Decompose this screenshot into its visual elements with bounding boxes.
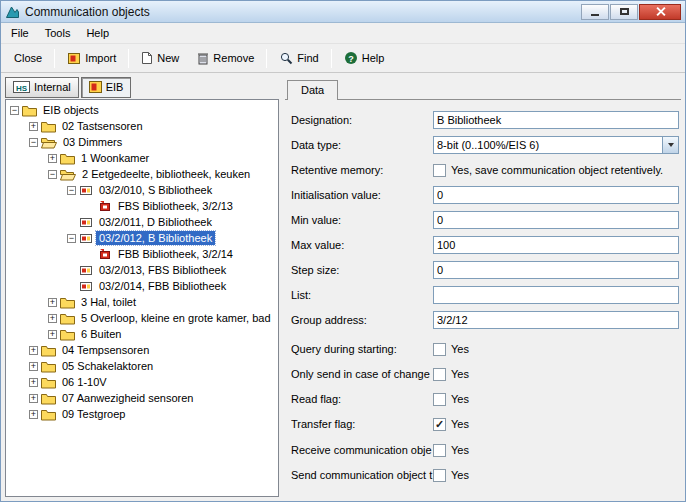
tree-item-label[interactable]: 03/2/010, S Bibliotheek xyxy=(96,183,215,197)
send-communication-object-checkbox[interactable]: Yes xyxy=(433,469,469,482)
list-field[interactable] xyxy=(433,286,679,304)
tree-item-label[interactable]: 04 Tempsensoren xyxy=(59,343,152,357)
tab-data[interactable]: Data xyxy=(287,80,338,100)
tree-item-label[interactable]: 09 Testgroep xyxy=(59,407,128,421)
field-label: Step size: xyxy=(291,264,433,276)
toolbar-button-label: New xyxy=(157,52,179,64)
query-during-starting-checkbox[interactable]: Yes xyxy=(433,343,469,356)
checkbox-box[interactable] xyxy=(433,418,446,431)
toolbar-close-button[interactable]: Close xyxy=(6,48,50,68)
tree-item-label[interactable]: FBS Bibliotheek, 3/2/13 xyxy=(115,199,236,213)
tree-item[interactable]: +07 Aanwezigheid sensoren xyxy=(6,390,278,406)
expand-icon[interactable]: + xyxy=(29,362,38,371)
expand-icon[interactable]: + xyxy=(29,410,38,419)
menu-tools[interactable]: Tools xyxy=(37,24,79,42)
expand-icon[interactable]: + xyxy=(48,330,57,339)
tree-item[interactable]: −2 Eetgedeelte, bibliotheek, keuken xyxy=(6,166,278,182)
tree-item-label[interactable]: 2 Eetgedeelte, bibliotheek, keuken xyxy=(79,167,253,181)
min-value-field[interactable] xyxy=(433,211,679,229)
tree-item[interactable]: −03/2/010, S Bibliotheek xyxy=(6,182,278,198)
tree-item[interactable]: −EIB objects xyxy=(6,102,278,118)
form-row: Transfer flag:Yes xyxy=(291,414,679,434)
maximize-button[interactable] xyxy=(610,4,638,20)
menu-file[interactable]: File xyxy=(3,24,37,42)
tree-item[interactable]: 03/2/014, FBB Bibliotheek xyxy=(6,278,278,294)
checkbox-box[interactable] xyxy=(433,368,446,381)
tree-item[interactable]: FBB Bibliotheek, 3/2/14 xyxy=(6,246,278,262)
tree-item-label[interactable]: 07 Aanwezigheid sensoren xyxy=(59,391,196,405)
tree-item[interactable]: +09 Testgroep xyxy=(6,406,278,422)
tree-item-label[interactable]: 03 Dimmers xyxy=(60,135,125,149)
data-type-combo[interactable]: 8-bit (0..100%/EIS 6) xyxy=(433,136,679,154)
receive-communication-object-checkbox[interactable]: Yes xyxy=(433,444,469,457)
checkbox-box[interactable] xyxy=(433,343,446,356)
collapse-icon[interactable]: − xyxy=(67,234,76,243)
tree-item[interactable]: 03/2/011, D Bibliotheek xyxy=(6,214,278,230)
toolbar-remove-button[interactable]: Remove xyxy=(189,47,262,69)
designation-field[interactable] xyxy=(433,111,679,129)
only-send-on-change-checkbox[interactable]: Yes xyxy=(433,368,469,381)
tree-item[interactable]: +04 Tempsensoren xyxy=(6,342,278,358)
tree-item[interactable]: +1 Woonkamer xyxy=(6,150,278,166)
checkbox-box[interactable] xyxy=(433,393,446,406)
collapse-icon[interactable]: − xyxy=(29,138,38,147)
tree-panel[interactable]: −EIB objects+02 Tastsensoren−03 Dimmers+… xyxy=(5,99,279,497)
close-window-button[interactable] xyxy=(639,4,681,20)
expand-icon[interactable]: + xyxy=(48,298,57,307)
menu-help[interactable]: Help xyxy=(78,24,117,42)
tree-item-label[interactable]: 3 Hal, toilet xyxy=(78,295,139,309)
expand-icon[interactable]: + xyxy=(48,154,57,163)
tree-item[interactable]: −03/2/012, B Bibliotheek xyxy=(6,230,278,246)
tree-item[interactable]: +3 Hal, toilet xyxy=(6,294,278,310)
collapse-icon[interactable]: − xyxy=(67,186,76,195)
tree-item-label[interactable]: 05 Schakelaktoren xyxy=(59,359,156,373)
expand-icon[interactable]: + xyxy=(48,314,57,323)
toolbar-import-button[interactable]: Import xyxy=(59,48,124,69)
read-flag-checkbox[interactable]: Yes xyxy=(433,393,469,406)
tree-item[interactable]: 03/2/013, FBS Bibliotheek xyxy=(6,262,278,278)
tree-item[interactable]: +6 Buiten xyxy=(6,326,278,342)
tab-eib[interactable]: EIB xyxy=(81,77,132,98)
tree-item-label[interactable]: 5 Overloop, kleine en grote kamer, bad xyxy=(78,311,274,325)
tree-item-label[interactable]: 02 Tastsensoren xyxy=(59,119,146,133)
tree-item-label[interactable]: 6 Buiten xyxy=(78,327,124,341)
expand-icon[interactable]: + xyxy=(29,378,38,387)
toolbar-new-button[interactable]: New xyxy=(133,47,187,69)
title-bar[interactable]: Communication objects xyxy=(1,1,685,23)
tree-item-label[interactable]: 03/2/011, D Bibliotheek xyxy=(96,215,215,229)
checkbox-box[interactable] xyxy=(433,469,446,482)
initialisation-value-field[interactable] xyxy=(433,186,679,204)
toolbar-find-button[interactable]: Find xyxy=(271,47,326,69)
expand-icon[interactable]: + xyxy=(29,394,38,403)
tree-item[interactable]: −03 Dimmers xyxy=(6,134,278,150)
collapse-icon[interactable]: − xyxy=(10,106,19,115)
checkbox-box[interactable] xyxy=(433,444,446,457)
tree-item-label[interactable]: 1 Woonkamer xyxy=(78,151,152,165)
tree-item-label[interactable]: 03/2/013, FBS Bibliotheek xyxy=(96,263,229,277)
minimize-button[interactable] xyxy=(581,4,609,20)
toolbar-help-button[interactable]: ?Help xyxy=(336,47,393,69)
step-size-field[interactable] xyxy=(433,261,679,279)
expand-icon[interactable]: + xyxy=(29,122,38,131)
collapse-icon[interactable]: − xyxy=(48,170,57,179)
group-address-field[interactable] xyxy=(433,311,679,329)
transfer-flag-checkbox[interactable]: Yes xyxy=(433,418,469,431)
tree-item[interactable]: +02 Tastsensoren xyxy=(6,118,278,134)
tree-item-label[interactable]: 06 1-10V xyxy=(59,375,110,389)
max-value-field[interactable] xyxy=(433,236,679,254)
tree-item-label[interactable]: 03/2/012, B Bibliotheek xyxy=(96,231,215,245)
tree-item[interactable]: +05 Schakelaktoren xyxy=(6,358,278,374)
tab-internal[interactable]: HSInternal xyxy=(5,77,79,98)
checkbox-box[interactable] xyxy=(433,164,446,177)
folder-closed-icon xyxy=(41,408,56,421)
tree-item[interactable]: FBS Bibliotheek, 3/2/13 xyxy=(6,198,278,214)
form-row: Send communication object tYes xyxy=(291,465,679,485)
retentive-memory-checkbox[interactable]: Yes, save communication object retentive… xyxy=(433,164,663,177)
tree-item-label[interactable]: 03/2/014, FBB Bibliotheek xyxy=(96,279,229,293)
tree-item-label[interactable]: EIB objects xyxy=(40,103,102,117)
tree-item[interactable]: +5 Overloop, kleine en grote kamer, bad xyxy=(6,310,278,326)
tree-item[interactable]: +06 1-10V xyxy=(6,374,278,390)
expand-icon[interactable]: + xyxy=(29,346,38,355)
dropdown-arrow-icon[interactable] xyxy=(662,137,678,153)
tree-item-label[interactable]: FBB Bibliotheek, 3/2/14 xyxy=(115,247,236,261)
